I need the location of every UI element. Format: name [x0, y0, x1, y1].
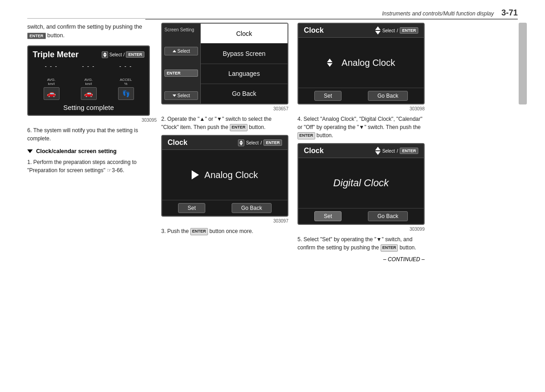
select-enter-right1: Select / ENTER: [375, 26, 418, 35]
clock-title-right1: Clock: [304, 26, 324, 35]
meter-avg2: AVG.km/l 🚗: [81, 78, 97, 100]
car-icon: 🚗: [47, 89, 56, 98]
screen-setting-label: Screen Setting: [164, 27, 198, 32]
meters-row: AVG.km/l 🚗 AVG.km/l 🚗 ACCEL% 👣: [33, 70, 144, 102]
section-title: Instruments and controls/Multi function …: [382, 10, 494, 17]
right-col: Clock Select / ENTER: [297, 23, 425, 263]
up-arrow-mid: [239, 140, 243, 143]
goback-btn-mid: Go Back: [232, 203, 272, 213]
step1-text: 1. Perform the preparation steps accordi…: [27, 158, 157, 174]
dashes-row: - - - - - - - - -: [33, 62, 144, 70]
menu-right-panel: Clock Bypass Screen Languages Go Back: [201, 24, 287, 104]
updown-icon-right1: [375, 26, 381, 35]
menu-left-panel: Screen Setting Select ENTER Select: [162, 24, 201, 104]
step2-text: 2. Operate the "▲" or "▼" switch to sele…: [161, 115, 288, 131]
down-arrow-mid: [239, 143, 243, 145]
menu-item-languages: Languages: [201, 64, 287, 84]
clock-select-screen: Clock Select / ENTER Analog Cloc: [161, 135, 288, 217]
menu-item-goback: Go Back: [201, 84, 287, 104]
select-enter-mid: Select / ENTER: [238, 139, 282, 146]
meter-label1: AVG.km/l: [47, 78, 56, 86]
enter-inline: ENTER: [27, 33, 46, 39]
select-enter-right2: Select / ENTER: [375, 147, 418, 155]
down-arrow-right1: [375, 31, 381, 35]
clock-header-right2: Clock Select / ENTER: [298, 144, 424, 158]
enter-inline-step3: ENTER: [190, 228, 208, 235]
enter-inline-step2: ENTER: [230, 124, 248, 131]
enter-btn-tm: ENTER: [126, 51, 144, 58]
meter-accel: ACCEL% 👣: [118, 78, 134, 100]
clock-title-right2: Clock: [304, 147, 324, 155]
clock-header-right1: Clock Select / ENTER: [298, 24, 424, 38]
set-btn-right1: Set: [314, 91, 342, 101]
step5-text: 5. Select "Set" by operating the "▼" swi…: [297, 235, 425, 252]
up-arrow-right2: [375, 147, 381, 150]
updown-icon-right2: [375, 147, 381, 155]
updown-large-right1: [327, 59, 332, 67]
digital-clock-num: 303099: [297, 227, 425, 232]
continued-text: – CONTINUED –: [297, 256, 425, 263]
set-btn-right2: Set: [314, 211, 342, 221]
analog-clock-num: 303098: [297, 106, 425, 111]
clock-option-right1: Analog Clock: [327, 58, 395, 68]
meter-bar1: 🚗: [44, 87, 59, 100]
enter-square-btn: ENTER: [164, 69, 198, 77]
step3-text: 3. Push the ENTER button once more.: [161, 227, 288, 235]
clock-option-right2: Digital Clock: [333, 177, 389, 189]
enter-btn-right2: ENTER: [400, 148, 418, 154]
clock-title-mid: Clock: [168, 139, 188, 147]
step6-text: 6. The system will notify you that the s…: [27, 126, 157, 143]
enter-inline-step5: ENTER: [381, 244, 398, 252]
play-icon-mid: [192, 170, 199, 179]
clock-footer-right2: Set Go Back: [298, 208, 424, 224]
clock-header-mid: Clock Select / ENTER: [162, 136, 287, 150]
menu-item-bypass: Bypass Screen: [201, 44, 287, 64]
clock-body-right1: Analog Clock: [298, 38, 424, 88]
updown-icon: [102, 51, 108, 58]
meter-avg1: AVG.km/l 🚗: [44, 78, 59, 100]
enter-btn-mid: ENTER: [263, 139, 282, 146]
menu-screen: Screen Setting Select ENTER Select Clock: [161, 23, 288, 104]
left-column: switch, and confirm the setting by pushi…: [27, 23, 157, 178]
digital-clock-screen: Clock Select / ENTER Digital Clock: [297, 143, 425, 225]
section-clock-title: Clock/calendar screen setting: [27, 148, 157, 154]
menu-item-clock: Clock: [201, 24, 287, 44]
down-arrow-right2: [375, 151, 381, 155]
down-large-right1: [327, 63, 332, 67]
down-arrow-icon: [103, 55, 107, 57]
clock-option-mid: Analog Clock: [192, 170, 258, 180]
clock-footer-right1: Set Go Back: [298, 88, 424, 104]
up-large-right1: [327, 59, 332, 62]
up-arrow-right1: [375, 26, 381, 30]
up-select-btn: Select: [164, 47, 198, 55]
triangle-icon: [27, 149, 33, 153]
page-number: 3-71: [501, 8, 518, 17]
up-arrow-icon: [103, 52, 107, 55]
tm-header: Triple Meter Select / ENTER: [33, 50, 144, 60]
header-divider: [27, 18, 518, 19]
clock-footer-mid: Set Go Back: [162, 200, 287, 216]
dash3: - - -: [119, 63, 133, 69]
analog-clock-screen: Clock Select / ENTER: [297, 23, 425, 104]
clock-select-num: 303097: [161, 218, 288, 223]
main-content: switch, and confirm the setting by pushi…: [27, 23, 518, 378]
goback-btn-right1: Go Back: [368, 91, 408, 101]
screen1-number: 303095: [27, 118, 157, 123]
down-arrow-small: [173, 94, 176, 97]
foot-icon: 👣: [122, 90, 130, 97]
meter-label2: AVG.km/l: [84, 78, 93, 86]
intro-text: switch, and confirm the setting by pushi…: [27, 23, 157, 40]
clock-body-right2: Digital Clock: [298, 158, 424, 208]
select-enter-box: Select / ENTER: [102, 51, 144, 58]
meter-bar2: 🚗: [81, 87, 97, 100]
mid-col: Screen Setting Select ENTER Select Clock: [161, 23, 288, 263]
setting-complete: Setting complete: [33, 104, 144, 111]
scroll-bar: [519, 23, 527, 104]
right-area: Screen Setting Select ENTER Select Clock: [161, 23, 518, 263]
meter-label3: ACCEL%: [120, 78, 132, 86]
enter-inline-step4: ENTER: [297, 132, 315, 139]
menu-screen-num: 303657: [161, 106, 288, 111]
meter-bar3: 👣: [118, 87, 134, 100]
goback-btn-right2: Go Back: [368, 211, 408, 221]
down-select-btn: Select: [164, 91, 198, 100]
